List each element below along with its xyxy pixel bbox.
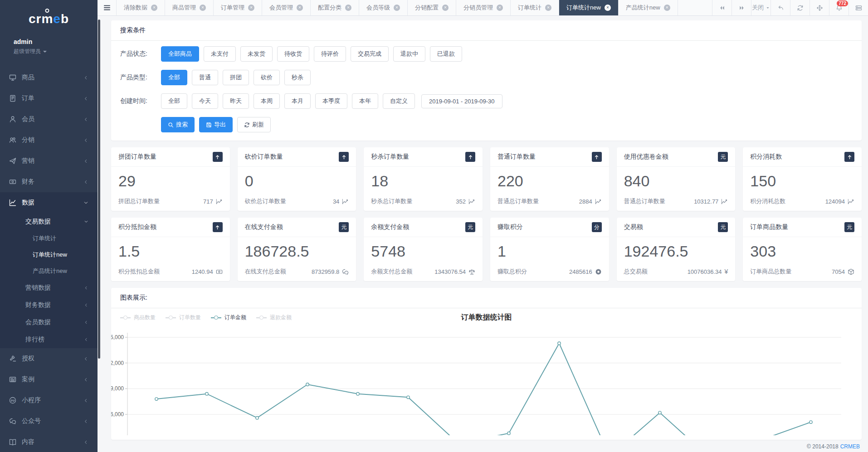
tab-订单统计[interactable]: 订单统计×	[511, 0, 559, 15]
filter-option-全部[interactable]: 全部	[161, 93, 187, 109]
close-icon[interactable]: ×	[248, 5, 254, 11]
filter-option-本年[interactable]: 本年	[352, 93, 378, 109]
close-icon[interactable]: ×	[394, 5, 400, 11]
date-range-picker[interactable]: 2019-09-01 - 2019-09-30	[421, 94, 502, 108]
tab-label: 分销员管理	[463, 4, 493, 12]
refresh-page-button[interactable]	[790, 0, 809, 15]
sidebar-subitem-label: 排行榜	[25, 335, 44, 344]
close-icon[interactable]: ×	[545, 5, 551, 11]
close-icon[interactable]: ×	[605, 5, 611, 11]
stat-card-title: 在线支付金额	[245, 223, 283, 231]
filter-option-昨天[interactable]: 昨天	[223, 93, 249, 109]
tab-配置分类[interactable]: 配置分类×	[311, 0, 359, 15]
content-scrollbar[interactable]	[98, 19, 100, 359]
filter-option-本月[interactable]: 本月	[284, 93, 311, 109]
filter-option-砍价[interactable]: 砍价	[254, 70, 280, 85]
menu-group-内容: 内容	[0, 432, 98, 452]
sidebar-item-营销[interactable]: 营销	[0, 151, 98, 171]
user-block: admin 超级管理员	[0, 31, 98, 57]
tab-会员等级[interactable]: 会员等级×	[359, 0, 408, 15]
user-role-dropdown[interactable]: 超级管理员	[14, 48, 84, 55]
notifications-button[interactable]: 772	[829, 0, 848, 15]
导出-button[interactable]: 导出	[199, 117, 233, 132]
svg-text:9,000: 9,000	[111, 385, 124, 392]
sidebar-subitem-产品统计new[interactable]: 产品统计new	[0, 263, 98, 279]
sidebar-subitem-会员数据[interactable]: 会员数据	[0, 314, 98, 331]
sidebar-item-会员[interactable]: 会员	[0, 109, 98, 130]
close-icon[interactable]: ×	[297, 5, 303, 11]
content: 搜索条件 产品状态:全部商品未支付未发货待收货待评价交易完成退款中已退款产品类型…	[98, 16, 868, 452]
sidebar-item-商品[interactable]: 商品	[0, 67, 98, 88]
sidebar-item-分销[interactable]: 分销	[0, 130, 98, 151]
hamburger-icon[interactable]	[98, 0, 117, 15]
close-tabs-button[interactable]: 关闭	[751, 0, 770, 15]
brand-link[interactable]: CRMEB	[840, 443, 860, 450]
close-icon[interactable]: ×	[151, 5, 157, 11]
stat-card-footer: 普通总订单数量2884	[490, 197, 609, 211]
sidebar-item-案例[interactable]: 案例	[0, 369, 98, 390]
filter-option-已退款[interactable]: 已退款	[430, 46, 462, 62]
users-icon	[9, 136, 16, 144]
tab-分销配置[interactable]: 分销配置×	[408, 0, 456, 15]
sidebar-item-授权[interactable]: 授权	[0, 348, 98, 369]
legend-item-订单数量[interactable]: 订单数量	[166, 314, 201, 321]
filter-option-待收货[interactable]: 待收货	[277, 46, 309, 62]
close-icon[interactable]: ×	[442, 5, 449, 11]
fullscreen-button[interactable]	[809, 0, 829, 15]
legend-item-商品数量[interactable]: 商品数量	[120, 314, 156, 321]
filter-option-退款中[interactable]: 退款中	[393, 46, 425, 62]
close-icon[interactable]: ×	[200, 5, 206, 11]
stat-card-value: 220	[490, 167, 609, 197]
sidebar-subitem-交易数据[interactable]: 交易数据	[0, 213, 98, 230]
filter-option-交易完成[interactable]: 交易完成	[351, 46, 389, 62]
message-list-button[interactable]	[848, 0, 868, 15]
history-back-button[interactable]	[712, 0, 731, 15]
filter-option-秒杀[interactable]: 秒杀	[284, 70, 311, 85]
tab-订单统计new[interactable]: 订单统计new×	[559, 0, 619, 15]
sidebar-item-订单[interactable]: 订单	[0, 88, 98, 109]
chev-left-icon	[83, 180, 88, 185]
tab-清除数据[interactable]: 清除数据×	[117, 0, 165, 15]
刷新-button[interactable]: 刷新	[237, 117, 271, 132]
sidebar-subitem-营销数据[interactable]: 营销数据	[0, 279, 98, 296]
close-icon[interactable]: ×	[345, 5, 351, 11]
sidebar-subitem-订单统计new[interactable]: 订单统计new	[0, 247, 98, 263]
tab-产品统计new[interactable]: 产品统计new×	[619, 0, 678, 15]
filter-option-自定义[interactable]: 自定义	[383, 93, 415, 109]
filter-option-拼团[interactable]: 拼团	[223, 70, 249, 85]
stat-card-footer-value: 34	[333, 198, 349, 205]
history-forward-button[interactable]	[731, 0, 751, 15]
stat-card-title: 交易额	[624, 223, 643, 231]
legend-item-订单金额[interactable]: 订单金额	[211, 314, 246, 321]
sidebar-item-内容[interactable]: 内容	[0, 432, 98, 452]
sidebar-item-数据[interactable]: 数据	[0, 192, 98, 213]
filter-option-本周[interactable]: 本周	[254, 93, 280, 109]
搜索-button[interactable]: 搜索	[161, 117, 195, 132]
line-chart[interactable]: 15,00012,0009,0006,000	[111, 327, 862, 435]
order-icon	[9, 95, 16, 102]
filter-option-普通[interactable]: 普通	[192, 70, 218, 85]
sidebar-item-小程序[interactable]: 小程序	[0, 390, 98, 411]
filter-option-待评价[interactable]: 待评价	[314, 46, 346, 62]
stat-card-footer-value: 2485616	[569, 268, 602, 275]
undo-button[interactable]	[770, 0, 790, 15]
sidebar-subitem-订单统计[interactable]: 订单统计	[0, 230, 98, 247]
tab-商品管理[interactable]: 商品管理×	[165, 0, 214, 15]
chev-left-icon	[83, 356, 88, 361]
close-icon[interactable]: ×	[664, 5, 670, 11]
sidebar-item-财务[interactable]: 财务	[0, 171, 98, 192]
sidebar-item-公众号[interactable]: 公众号	[0, 411, 98, 432]
filter-option-全部商品[interactable]: 全部商品	[161, 46, 199, 62]
filter-option-未支付[interactable]: 未支付	[204, 46, 236, 62]
legend-item-退款金额[interactable]: 退款金额	[256, 314, 292, 321]
filter-option-未发货[interactable]: 未发货	[240, 46, 273, 62]
sidebar-subitem-财务数据[interactable]: 财务数据	[0, 296, 98, 314]
filter-option-全部[interactable]: 全部	[161, 70, 187, 85]
filter-option-今天[interactable]: 今天	[192, 93, 218, 109]
close-icon[interactable]: ×	[497, 5, 503, 11]
tab-分销员管理[interactable]: 分销员管理×	[456, 0, 511, 15]
tab-订单管理[interactable]: 订单管理×	[214, 0, 262, 15]
filter-option-本季度[interactable]: 本季度	[315, 93, 347, 109]
tab-会员管理[interactable]: 会员管理×	[262, 0, 311, 15]
sidebar-subitem-排行榜[interactable]: 排行榜	[0, 331, 98, 348]
